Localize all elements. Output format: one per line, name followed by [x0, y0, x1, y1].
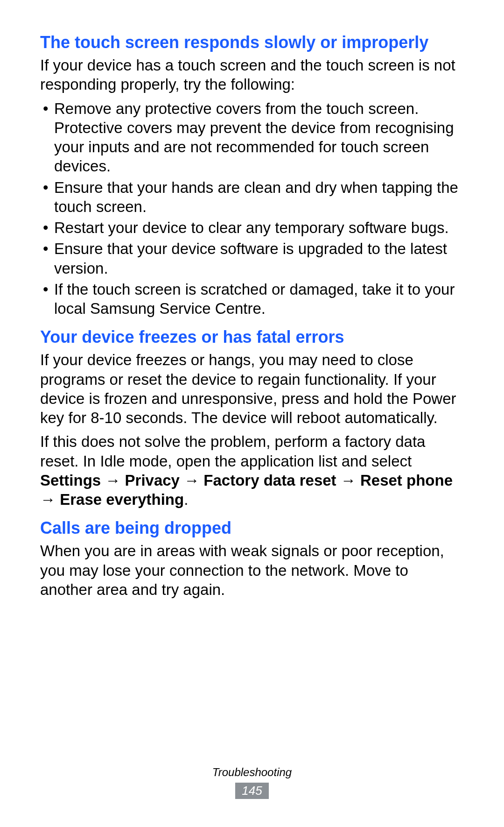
- settings-path: Settings → Privacy → Factory data reset …: [40, 472, 453, 508]
- section-calls: Calls are being dropped When you are in …: [40, 517, 464, 599]
- list-item: Ensure that your device software is upgr…: [40, 239, 464, 278]
- intro-touchscreen: If your device has a touch screen and th…: [40, 56, 464, 94]
- para-freezes-2: If this does not solve the problem, perf…: [40, 432, 464, 509]
- path-step: Factory data reset: [203, 472, 336, 489]
- arrow-icon: →: [101, 472, 125, 489]
- arrow-icon: →: [180, 472, 203, 489]
- path-step: Erase everything: [60, 491, 184, 508]
- section-freezes: Your device freezes or has fatal errors …: [40, 326, 464, 509]
- list-item: Ensure that your hands are clean and dry…: [40, 178, 464, 217]
- page-content: The touch screen responds slowly or impr…: [0, 0, 504, 599]
- para-freezes-1: If your device freezes or hangs, you may…: [40, 350, 464, 427]
- section-touchscreen: The touch screen responds slowly or impr…: [40, 32, 464, 318]
- path-step: Settings: [40, 472, 101, 489]
- page-footer: Troubleshooting 145: [0, 766, 504, 799]
- path-step: Reset phone: [360, 472, 453, 489]
- list-item: Restart your device to clear any tempora…: [40, 218, 464, 237]
- list-item: Remove any protective covers from the to…: [40, 99, 464, 176]
- arrow-icon: →: [336, 472, 360, 489]
- list-item: If the touch screen is scratched or dama…: [40, 280, 464, 318]
- arrow-icon: →: [40, 491, 60, 508]
- footer-section-name: Troubleshooting: [0, 766, 504, 779]
- heading-touchscreen: The touch screen responds slowly or impr…: [40, 32, 464, 53]
- page-number: 145: [235, 783, 268, 799]
- para-calls: When you are in areas with weak signals …: [40, 541, 464, 599]
- bullet-list-touchscreen: Remove any protective covers from the to…: [40, 99, 464, 318]
- heading-freezes: Your device freezes or has fatal errors: [40, 326, 464, 347]
- heading-calls: Calls are being dropped: [40, 517, 464, 538]
- path-step: Privacy: [125, 472, 180, 489]
- path-intro-text: If this does not solve the problem, perf…: [40, 433, 425, 469]
